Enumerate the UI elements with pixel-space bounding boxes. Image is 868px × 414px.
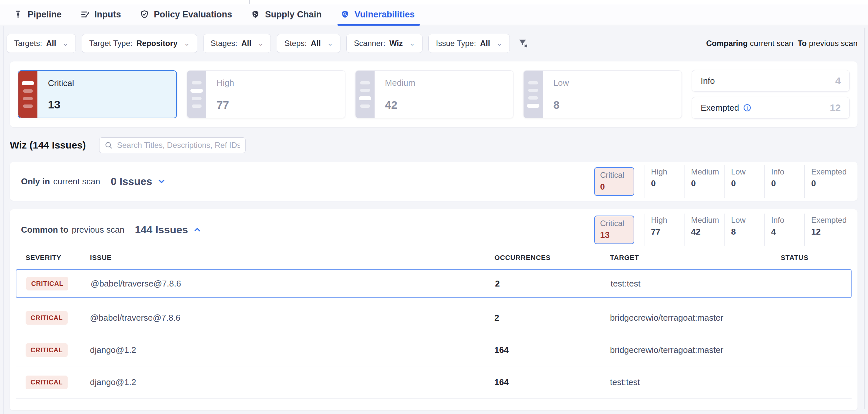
- inputs-icon: [80, 9, 90, 20]
- pipeline-icon: [13, 9, 23, 20]
- chip-exempted[interactable]: Exempted 0: [804, 165, 844, 198]
- chip-medium[interactable]: Medium 0: [684, 165, 724, 198]
- chip-value: 42: [691, 227, 724, 237]
- severity-badge: CRITICAL: [26, 311, 68, 325]
- content-left-border: [3, 26, 4, 414]
- info-icon[interactable]: [743, 104, 751, 112]
- section-count-toggle[interactable]: 144 Issues: [135, 224, 202, 236]
- tab-pipeline[interactable]: Pipeline: [13, 4, 62, 25]
- severity-card-label: Medium: [385, 78, 415, 88]
- chip-value: 77: [651, 227, 684, 237]
- side-card-label-text: Exempted: [701, 103, 739, 113]
- issue-cell: @babel/traverse@7.8.6: [80, 313, 485, 323]
- chip-value: 4: [771, 227, 804, 237]
- chip-low[interactable]: Low 0: [724, 165, 764, 198]
- filter-value: All: [46, 39, 56, 48]
- chip-value: 0: [771, 178, 804, 188]
- chip-value: 0: [691, 178, 724, 188]
- filter-label: Target Type:: [89, 39, 133, 48]
- section-title-rest: previous scan: [71, 225, 124, 235]
- clear-filters-button[interactable]: [518, 38, 529, 49]
- comparing-label: Comparing current scan To previous scan: [706, 39, 858, 48]
- filter-clear-icon: [518, 38, 529, 49]
- chevron-down-icon: ⌄: [409, 39, 415, 47]
- filter-value: All: [311, 39, 321, 48]
- side-card-value: 12: [830, 102, 841, 113]
- table-row[interactable]: CRITICAL @babel/traverse@7.8.6 2 bridgec…: [16, 302, 851, 334]
- issues-table: CRITICAL @babel/traverse@7.8.6 2 test:te…: [16, 269, 851, 398]
- issue-cell: django@1.2: [80, 377, 485, 387]
- severity-chips: Critical 0 High 0 Medium 0 Low 0 Info 0 …: [594, 165, 844, 198]
- severity-badge: CRITICAL: [26, 343, 68, 357]
- tab-policy-evaluations[interactable]: Policy Evaluations: [140, 4, 232, 25]
- column-header-occurrences: OCCURRENCES: [485, 254, 600, 262]
- chip-label: Info: [771, 167, 804, 176]
- comparing-to: To: [798, 39, 807, 48]
- section-title-bold: Only in: [21, 176, 50, 187]
- tab-inputs[interactable]: Inputs: [80, 4, 121, 25]
- chip-medium[interactable]: Medium 42: [684, 213, 724, 246]
- issue-cell: django@1.2: [80, 345, 485, 355]
- chip-value: 12: [811, 227, 844, 237]
- chip-label: Medium: [691, 167, 724, 176]
- chip-exempted[interactable]: Exempted 12: [804, 213, 844, 246]
- chip-value: 0: [811, 178, 844, 188]
- tab-supply-chain[interactable]: Supply Chain: [250, 4, 322, 25]
- filter-issue-type[interactable]: Issue Type: All ⌄: [428, 34, 510, 53]
- chip-info[interactable]: Info 0: [764, 165, 804, 198]
- column-header-target: TARGET: [600, 254, 771, 262]
- filter-target-type[interactable]: Target Type: Repository ⌄: [82, 34, 197, 53]
- table-header: SEVERITY ISSUE OCCURRENCES TARGET STATUS: [16, 246, 851, 269]
- target-cell: bridgecrewio/terragoat:master: [600, 345, 771, 355]
- severity-badge: CRITICAL: [26, 376, 68, 389]
- table-row[interactable]: CRITICAL django@1.2 164 test:test: [16, 366, 851, 398]
- chip-low[interactable]: Low 8: [724, 213, 764, 246]
- severity-chips: Critical 13 High 77 Medium 42 Low 8 Info…: [594, 213, 844, 246]
- severity-card-exempted[interactable]: Exempted 12: [692, 97, 849, 119]
- chip-label: Critical: [600, 219, 633, 228]
- severity-card-value: 13: [48, 98, 74, 111]
- chip-value: 0: [600, 182, 633, 192]
- issue-cell: @babel/traverse@7.8.6: [81, 278, 485, 289]
- chip-high[interactable]: High 0: [644, 165, 684, 198]
- severity-card-info[interactable]: Info 4: [692, 70, 849, 92]
- target-cell: test:test: [601, 278, 772, 289]
- side-card-value: 4: [835, 75, 841, 86]
- severity-card-critical[interactable]: Critical 13: [18, 70, 177, 118]
- occurrences-cell: 2: [485, 313, 600, 323]
- top-strip-divider: [249, 0, 250, 4]
- filter-label: Issue Type:: [436, 39, 476, 48]
- chip-critical[interactable]: Critical 0: [594, 165, 644, 198]
- comparing-previous: previous scan: [809, 39, 858, 48]
- chip-critical[interactable]: Critical 13: [594, 213, 644, 246]
- severity-summary-panel: Critical 13 High 77 Medium 42 Low 8 Info…: [10, 61, 858, 127]
- filter-targets[interactable]: Targets: All ⌄: [6, 34, 76, 53]
- only-in-current-scan-section: Only in current scan 0 Issues Critical 0…: [10, 162, 858, 201]
- filter-scanner[interactable]: Scanner: Wiz ⌄: [346, 34, 423, 53]
- tab-label: Vulnerabilities: [354, 9, 415, 20]
- vulnerabilities-shield-search-icon: [340, 9, 350, 20]
- search-input[interactable]: [99, 137, 246, 153]
- filter-stages[interactable]: Stages: All ⌄: [203, 34, 271, 53]
- vertical-scrollbar[interactable]: [864, 28, 865, 409]
- filter-label: Scanner:: [354, 39, 385, 48]
- section-title-rest: current scan: [53, 176, 100, 187]
- chevron-down-icon: ⌄: [327, 39, 333, 47]
- filter-steps[interactable]: Steps: All ⌄: [277, 34, 340, 53]
- target-cell: test:test: [600, 377, 771, 387]
- filter-label: Stages:: [211, 39, 237, 48]
- tab-bar: Pipeline Inputs Policy Evaluations Suppl…: [0, 4, 868, 25]
- section-count-toggle[interactable]: 0 Issues: [111, 175, 166, 187]
- table-row[interactable]: CRITICAL django@1.2 164 bridgecrewio/ter…: [16, 334, 851, 366]
- severity-card-medium[interactable]: Medium 42: [355, 70, 514, 118]
- table-row[interactable]: CRITICAL @babel/traverse@7.8.6 2 test:te…: [16, 269, 851, 298]
- chip-info[interactable]: Info 4: [764, 213, 804, 246]
- chip-high[interactable]: High 77: [644, 213, 684, 246]
- severity-card-low[interactable]: Low 8: [523, 70, 682, 118]
- tab-vulnerabilities[interactable]: Vulnerabilities: [340, 4, 415, 25]
- scanner-header-row: Wiz (144 Issues): [10, 137, 858, 153]
- chevron-down-icon: [157, 177, 166, 186]
- severity-card-high[interactable]: High 77: [187, 70, 345, 118]
- filter-value: Wiz: [389, 39, 403, 48]
- chevron-down-icon: ⌄: [63, 39, 68, 47]
